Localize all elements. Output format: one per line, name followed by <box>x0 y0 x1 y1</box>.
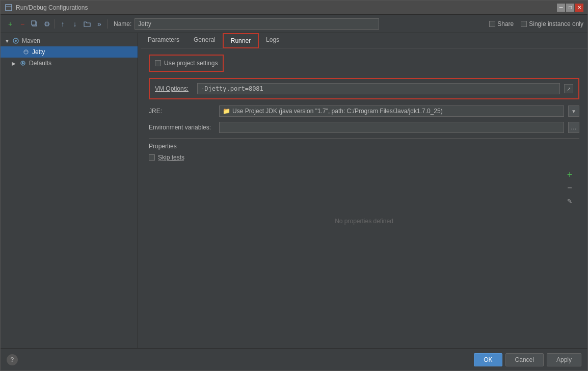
jetty-label: Jetty <box>32 48 45 56</box>
toolbar: + − ⚙ ↑ ↓ » Name: Share <box>1 15 587 33</box>
content-panel: Parameters General Runner Logs <box>141 33 587 348</box>
single-instance-checkbox[interactable] <box>521 21 527 27</box>
jetty-icon <box>22 48 30 56</box>
no-properties-text: No properties defined <box>335 218 393 225</box>
use-project-settings-label: Use project settings <box>164 60 218 67</box>
close-button[interactable]: ✕ <box>575 4 583 12</box>
tab-parameters[interactable]: Parameters <box>141 33 186 48</box>
vm-options-label: VM Options: <box>155 85 193 92</box>
remove-property-button[interactable]: − <box>564 182 575 194</box>
env-vars-browse-button[interactable]: … <box>568 122 579 133</box>
share-label: Share <box>497 20 514 28</box>
use-project-settings-box: Use project settings <box>149 55 224 72</box>
more-button[interactable]: » <box>94 18 105 30</box>
sidebar: ▼ Maven Jetty <box>1 33 138 348</box>
jre-label: JRE: <box>149 108 215 115</box>
jre-row: JRE: 📁 Use Project JDK (java version "1.… <box>149 105 579 117</box>
use-project-settings-checkbox[interactable] <box>155 60 161 66</box>
maven-icon <box>12 37 20 45</box>
minimize-button[interactable]: ─ <box>557 4 565 12</box>
sidebar-item-maven[interactable]: ▼ Maven <box>1 35 138 46</box>
env-vars-input[interactable] <box>219 122 564 133</box>
settings-button[interactable]: ⚙ <box>41 18 52 30</box>
jre-dropdown-button[interactable]: ▼ <box>568 105 579 117</box>
maven-label: Maven <box>22 37 40 44</box>
skip-tests-row: Skip tests <box>149 154 579 161</box>
svg-point-5 <box>15 40 17 42</box>
bottom-bar: ? OK Cancel Apply <box>1 348 587 370</box>
move-down-button[interactable]: ↓ <box>69 18 81 30</box>
panel-body: Use project settings VM Options: ↗ JRE: … <box>141 48 587 348</box>
skip-tests-label: Skip tests <box>158 154 184 161</box>
vm-options-row: VM Options: ↗ <box>155 83 573 94</box>
add-property-button[interactable]: + <box>564 169 575 180</box>
tab-logs[interactable]: Logs <box>259 33 286 48</box>
separator-2 <box>107 19 108 29</box>
vm-options-input[interactable] <box>197 83 560 94</box>
defaults-label: Defaults <box>29 60 51 67</box>
edit-property-button[interactable]: ✎ <box>564 196 575 207</box>
maven-arrow-icon: ▼ <box>5 38 11 44</box>
window-title: Run/Debug Configurations <box>16 4 557 11</box>
jre-value: Use Project JDK (java version "1.7", pat… <box>232 108 443 115</box>
properties-actions: + − ✎ <box>564 169 575 207</box>
ok-button[interactable]: OK <box>474 353 502 366</box>
sidebar-item-jetty[interactable]: Jetty <box>1 46 138 58</box>
properties-area: + − ✎ No properties defined <box>149 165 579 277</box>
tab-runner[interactable]: Runner <box>223 33 259 48</box>
tabs-row: Parameters General Runner Logs <box>141 33 587 48</box>
window-controls: ─ □ ✕ <box>557 4 583 12</box>
use-project-settings-row: Use project settings <box>155 60 218 67</box>
vm-options-expand-button[interactable]: ↗ <box>564 84 573 93</box>
name-row: Name: <box>114 18 482 30</box>
share-area: Share Single instance only <box>489 20 583 28</box>
single-instance-text: Single instance only <box>529 20 583 28</box>
title-bar: Run/Debug Configurations ─ □ ✕ <box>1 1 587 15</box>
cancel-button[interactable]: Cancel <box>505 353 544 366</box>
defaults-icon <box>19 59 27 67</box>
separator-line <box>149 138 579 139</box>
svg-rect-0 <box>6 5 12 11</box>
single-instance-label[interactable]: Single instance only <box>521 20 583 28</box>
env-vars-row: Environment variables: … <box>149 122 579 133</box>
name-label: Name: <box>114 20 131 28</box>
remove-button[interactable]: − <box>17 18 28 30</box>
copy-button[interactable] <box>29 18 40 30</box>
svg-rect-3 <box>32 21 36 25</box>
maximize-button[interactable]: □ <box>566 4 574 12</box>
apply-button[interactable]: Apply <box>547 353 581 366</box>
move-up-button[interactable]: ↑ <box>57 18 68 30</box>
properties-label: Properties <box>149 143 579 150</box>
name-input[interactable] <box>135 18 379 30</box>
share-checkbox[interactable] <box>489 21 495 27</box>
separator-1 <box>55 19 55 29</box>
run-debug-window: Run/Debug Configurations ─ □ ✕ + − ⚙ ↑ ↓… <box>0 0 588 371</box>
tab-general[interactable]: General <box>186 33 223 48</box>
folder-button[interactable] <box>82 18 93 30</box>
sidebar-item-defaults[interactable]: ▶ Defaults <box>1 58 138 69</box>
jre-field: 📁 Use Project JDK (java version "1.7", p… <box>219 105 564 117</box>
vm-options-section: VM Options: ↗ <box>149 78 579 99</box>
defaults-arrow-icon: ▶ <box>12 61 18 66</box>
help-button[interactable]: ? <box>7 354 18 365</box>
skip-tests-checkbox[interactable] <box>149 154 155 161</box>
svg-point-6 <box>24 50 28 54</box>
jre-icon: 📁 <box>223 108 230 115</box>
add-button[interactable]: + <box>5 18 16 30</box>
env-vars-label: Environment variables: <box>149 124 215 131</box>
window-icon <box>5 4 13 12</box>
main-content: ▼ Maven Jetty <box>1 33 587 348</box>
share-checkbox-label[interactable]: Share <box>489 20 514 28</box>
